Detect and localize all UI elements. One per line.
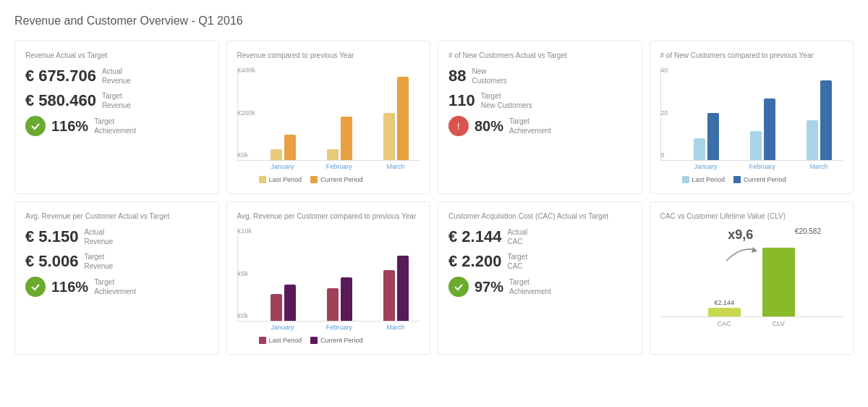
customers-target-value: 110	[448, 91, 475, 110]
cac-target-label: TargetCAC	[507, 252, 527, 271]
customers-achievement-value: 80%	[475, 118, 503, 135]
customers-chart-card: # of New Customers compared to previous …	[650, 41, 854, 194]
revenue-legend-last-label: Last Period	[269, 176, 302, 183]
cac-clv-chart-wrapper: x9,6 €20.582 €2.144	[660, 227, 843, 327]
revenue-bar-chart: €400k €200k €0k	[237, 67, 420, 161]
revenue-achievement-label: TargetAchievement	[94, 117, 136, 135]
avg-revenue-legend-last: Last Period	[259, 337, 302, 344]
avg-revenue-achievement-label: TargetAchievement	[94, 277, 136, 296]
avg-revenue-chart-card: Avg. Revenue per Customer compared to pr…	[226, 201, 431, 355]
avg-revenue-bar-chart: €10k €5k €0k	[237, 227, 420, 322]
avg-revenue-check-icon	[25, 277, 46, 297]
revenue-check-icon	[25, 116, 46, 136]
avg-revenue-bar-mar-curr	[397, 256, 409, 321]
customers-chart-title: # of New Customers compared to previous …	[660, 51, 843, 59]
avg-revenue-kpi-card: Avg. Revenue per Customer Actual vs Targ…	[14, 201, 219, 355]
customers-actual-row: 88 NewCustomers	[448, 67, 631, 85]
revenue-x-label-mar: March	[372, 163, 420, 170]
cac-bar	[708, 308, 741, 316]
avg-revenue-x-label-jan: January	[259, 324, 307, 331]
customers-actual-value: 88	[448, 67, 466, 85]
avg-revenue-bar-group-mar	[372, 256, 420, 321]
customers-bar-mar-curr	[820, 80, 832, 160]
avg-revenue-legend-last-dot	[259, 337, 266, 344]
revenue-kpi-title: Revenue Actual vs Target	[25, 51, 208, 59]
revenue-target-row: € 580.460 TargetRevenue	[25, 91, 208, 110]
customers-legend-last-dot	[682, 176, 689, 183]
avg-revenue-chart-area: €10k €5k €0k January	[237, 227, 420, 344]
customers-legend-last: Last Period	[682, 176, 726, 183]
cac-clv-multiplier: x9,6	[723, 227, 759, 243]
customers-bar-mar-last	[807, 120, 818, 160]
customers-warn-icon: !	[448, 116, 469, 136]
clv-x-label: CLV	[762, 320, 795, 327]
avg-revenue-y-label-top: €10k	[238, 227, 252, 235]
customers-bar-jan-curr	[707, 113, 719, 160]
revenue-legend-curr-dot	[310, 176, 318, 183]
cac-kpi-card: Customer Acquisition Cost (CAC) Actual v…	[438, 201, 642, 355]
customers-target-row: 110 TargetNew Customers	[448, 91, 631, 110]
cac-target-value: € 2.200	[448, 252, 501, 271]
avg-revenue-bar-mar-last	[383, 270, 395, 321]
avg-revenue-x-label-feb: February	[315, 324, 363, 331]
revenue-actual-value: € 675.706	[25, 67, 96, 85]
revenue-bar-mar-last	[383, 113, 395, 160]
revenue-chart-title: Revenue compared to previous Year	[237, 51, 420, 59]
clv-bar-group	[762, 248, 795, 316]
avg-revenue-x-labels: January February March	[237, 324, 420, 331]
revenue-y-label-bot: €0k	[238, 151, 256, 159]
dashboard: Revenue Actual vs Target € 675.706 Actua…	[14, 41, 854, 355]
customers-y-label-bot: 0	[661, 151, 668, 159]
revenue-bar-mar-curr	[397, 77, 409, 160]
customers-x-label-mar: March	[795, 163, 843, 170]
customers-bar-group-feb	[739, 98, 786, 160]
revenue-achievement-row: 116% TargetAchievement	[25, 116, 208, 136]
avg-revenue-achievement-value: 116%	[51, 279, 88, 295]
cac-clv-title: CAC vs Customer Lifetime Value (CLV)	[660, 212, 843, 220]
cac-kpi-title: Customer Acquisition Cost (CAC) Actual v…	[448, 212, 631, 220]
customers-legend-last-label: Last Period	[692, 176, 726, 183]
revenue-x-labels: January February March	[237, 163, 420, 170]
avg-revenue-chart-title: Avg. Revenue per Customer compared to pr…	[237, 212, 420, 220]
customers-chart-area: 40 20 0 January Febru	[660, 67, 843, 183]
avg-revenue-bar-feb-last	[327, 288, 339, 321]
svg-text:!: !	[457, 121, 460, 132]
revenue-chart-card: Revenue compared to previous Year €400k …	[226, 41, 431, 194]
page-title: Revenue and Customer Overview - Q1 2016	[14, 14, 854, 28]
avg-revenue-target-row: € 5.006 TargetRevenue	[25, 252, 208, 271]
revenue-bar-group-feb	[315, 117, 363, 160]
revenue-target-value: € 580.460	[25, 91, 96, 110]
revenue-bar-group-mar	[372, 77, 420, 160]
cac-clv-arrow-icon	[723, 243, 759, 264]
revenue-bar-group-jan	[260, 135, 307, 160]
customers-bar-group-mar	[795, 80, 843, 160]
avg-revenue-x-label-mar: March	[372, 324, 420, 331]
avg-revenue-actual-label: ActualRevenue	[84, 227, 113, 246]
customers-x-label-jan: January	[682, 163, 730, 170]
avg-revenue-y-label-mid: €5k	[238, 270, 252, 277]
customers-bar-feb-curr	[764, 98, 775, 160]
customers-bar-group-jan	[683, 113, 731, 160]
avg-revenue-target-value: € 5.006	[25, 252, 78, 271]
revenue-achievement-value: 116%	[51, 118, 88, 135]
revenue-bar-jan-last	[271, 149, 282, 160]
avg-revenue-y-label-bot: €0k	[238, 312, 252, 319]
customers-legend-curr-dot	[733, 176, 741, 183]
customers-legend-curr-label: Current Period	[744, 176, 786, 183]
customers-bar-feb-last	[750, 131, 762, 160]
svg-marker-1	[752, 247, 757, 253]
revenue-bar-feb-curr	[341, 117, 352, 160]
customers-target-label: TargetNew Customers	[481, 91, 532, 110]
revenue-actual-label: ActualRevenue	[102, 67, 131, 85]
customers-bar-chart: 40 20 0	[660, 67, 843, 161]
customers-bar-jan-last	[694, 138, 705, 160]
revenue-bar-jan-curr	[284, 135, 296, 160]
avg-revenue-achievement-row: 116% TargetAchievement	[25, 277, 208, 297]
customers-x-labels: January February March	[660, 163, 843, 170]
avg-revenue-kpi-title: Avg. Revenue per Customer Actual vs Targ…	[25, 212, 208, 220]
avg-revenue-legend: Last Period Current Period	[237, 337, 420, 344]
avg-revenue-legend-curr-dot	[310, 337, 318, 344]
cac-achievement-row: 97% TargetAchievement	[448, 277, 631, 297]
cac-achievement-label: TargetAchievement	[509, 277, 551, 296]
customers-kpi-card: # of New Customers Actual vs Target 88 N…	[438, 41, 642, 194]
